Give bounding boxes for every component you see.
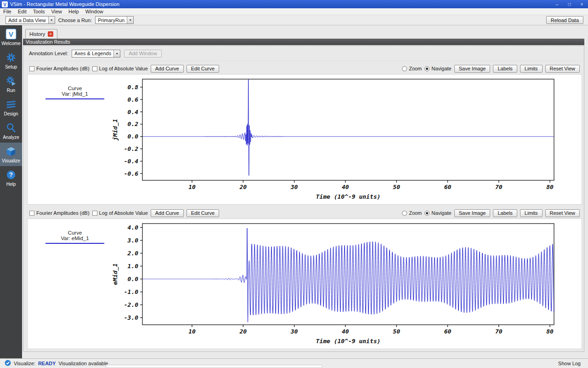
svg-text:70: 70 [495,184,503,190]
minimize-button[interactable]: – [551,0,563,8]
design-lines-icon [5,98,17,110]
window-title: VSim - Rectangular Metal Waveguide Dispe… [10,1,119,7]
fourier-checkbox-group: Fourier Amplitudes (dB) [29,210,90,216]
menu-window[interactable]: Window [82,8,107,15]
tab-history-label: History [29,31,45,37]
zoom-radio[interactable] [402,66,407,71]
sidebar-item-visualize[interactable]: Visualize [0,143,22,166]
cube-icon [5,145,17,157]
fourier-checkbox[interactable] [29,66,34,71]
zoom-label: Zoom [409,66,422,71]
sidebar-item-run[interactable]: Run [0,72,22,96]
legend-curve-swatch [45,98,104,99]
fourier-checkbox[interactable] [29,211,34,216]
tab-history[interactable]: History × [25,29,57,39]
annotation-level-select[interactable]: Axes & Legends ▼ [72,50,120,58]
run-select-value: PrimaryRun [96,17,127,23]
legend-curve-swatch [45,243,104,244]
log-abs-checkbox[interactable] [92,66,97,71]
menu-tools[interactable]: Tools [30,8,48,15]
svg-text:V: V [9,31,13,38]
save-image-button[interactable]: Save Image [454,65,491,73]
svg-text:80: 80 [546,184,554,190]
labels-button[interactable]: Labels [493,209,517,217]
add-data-view-select[interactable]: Add a Data View ▼ [6,16,55,24]
svg-text:30: 30 [290,184,298,190]
svg-text:70: 70 [495,328,503,335]
show-log-button[interactable]: Show Log [555,361,583,366]
menu-view[interactable]: View [48,8,65,15]
edit-curve-button[interactable]: Edit Curve [187,209,219,217]
status-app-label: Visualize: [14,361,35,366]
svg-text:0.4: 0.4 [128,109,139,115]
maximize-button[interactable]: □ [563,0,576,8]
labels-button[interactable]: Labels [493,65,517,73]
zoom-label: Zoom [409,210,422,216]
choose-run-label: Choose a Run: [58,17,92,23]
navigate-radio[interactable] [424,66,430,71]
sidebar-item-label: Analyze [3,135,19,140]
vsim-window: V VSim - Rectangular Metal Waveguide Dis… [0,0,588,368]
svg-text:-0.4: -0.4 [124,158,138,165]
plot-panel-jmid: Fourier Amplitudes (dB) Log of Absolute … [27,63,582,205]
close-button[interactable]: × [576,0,588,8]
log-abs-label: Log of Absolute Value [99,66,148,71]
sidebar-item-label: Welcome [1,41,21,46]
question-icon: ? [5,169,17,181]
legend-var: Var: eMid_1 [33,236,117,241]
sidebar-item-analyze[interactable]: Analyze [0,119,22,143]
svg-text:40: 40 [342,184,349,190]
legend-title: Curve [33,86,117,91]
navigate-radio[interactable] [424,211,430,216]
horizontal-scrollbar[interactable] [106,365,322,368]
tab-close-icon[interactable]: × [48,31,53,37]
add-curve-button[interactable]: Add Curve [151,65,184,73]
add-curve-button[interactable]: Add Curve [151,209,184,217]
svg-text:80: 80 [546,328,554,335]
navigate-label: Navigate [431,66,451,71]
sidebar-item-design[interactable]: Design [0,96,22,119]
svg-text:jMid_1: jMid_1 [112,119,119,141]
svg-text:0.2: 0.2 [128,121,139,127]
sidebar-item-help[interactable]: ? Help [0,166,22,190]
menu-help[interactable]: Help [65,8,82,15]
svg-text:1.0: 1.0 [128,263,139,270]
svg-text:Time (10^-9 units): Time (10^-9 units) [316,338,381,345]
reload-data-button[interactable]: Reload Data [546,16,583,24]
sidebar-item-label: Design [4,111,18,116]
sidebar-item-welcome[interactable]: V Welcome [0,25,22,49]
svg-text:-3.0: -3.0 [124,314,138,321]
status-check-icon [5,360,11,367]
svg-text:-0.2: -0.2 [124,145,138,152]
limits-button[interactable]: Limits [520,209,543,217]
sidebar-item-setup[interactable]: Setup [0,49,22,72]
results-header-title: Visualization Results [26,39,70,45]
log-abs-checkbox[interactable] [92,211,97,216]
window-controls: – □ × [551,0,588,8]
plot-controls-row: Fourier Amplitudes (dB) Log of Absolute … [27,207,582,218]
annotation-row: Annotation Level: Axes & Legends ▼ Add W… [23,46,584,61]
radio-selected-dot [426,68,428,70]
add-window-button[interactable]: Add Window [124,50,162,58]
svg-text:-1.0: -1.0 [124,288,138,295]
setup-gear-icon [5,52,17,63]
legend-emid: Curve Var: eMid_1 [33,230,117,244]
run-select[interactable]: PrimaryRun ▼ [95,16,134,24]
svg-text:Time (10^-9 units): Time (10^-9 units) [316,193,381,200]
zoom-radio-group: Zoom [402,210,422,216]
menu-edit[interactable]: Edit [15,8,30,15]
zoom-radio[interactable] [402,211,407,216]
navigate-radio-group: Navigate [424,66,451,71]
plot-region-emid: Curve Var: eMid_1 10203040506070804.03.0… [27,218,582,349]
menu-file[interactable]: File [0,8,15,15]
radio-selected-dot [426,212,428,214]
save-image-button[interactable]: Save Image [454,209,491,217]
svg-text:0.0: 0.0 [128,133,139,140]
svg-text:60: 60 [444,328,452,335]
limits-button[interactable]: Limits [520,65,543,73]
reset-view-button[interactable]: Reset View [545,65,580,73]
edit-curve-button[interactable]: Edit Curve [187,65,219,73]
menubar: File Edit Tools View Help Window [0,8,588,15]
reset-view-button[interactable]: Reset View [545,209,580,217]
results-header: Visualization Results [23,39,584,45]
